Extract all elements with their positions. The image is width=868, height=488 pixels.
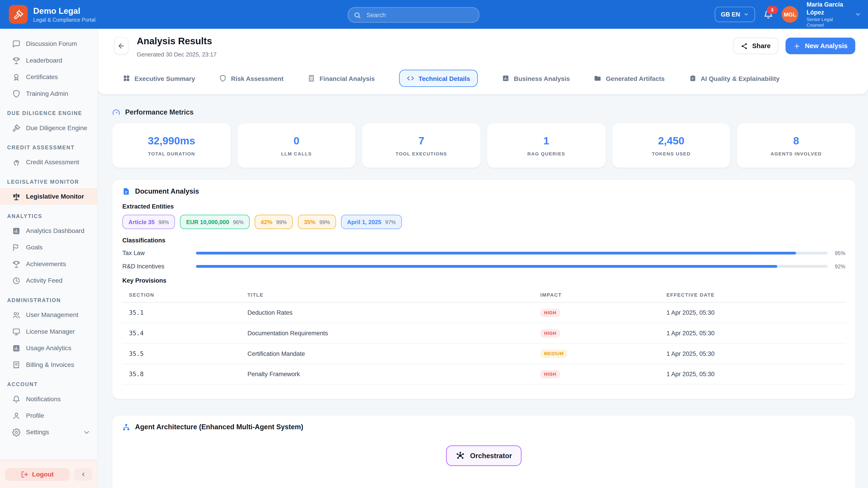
entity-confidence: 99% — [319, 219, 330, 225]
sidebar-collapse-button[interactable] — [74, 468, 92, 481]
sidebar-item-label: Credit Assessment — [26, 159, 79, 165]
share-button[interactable]: Share — [733, 38, 778, 54]
avatar[interactable]: MGL — [782, 6, 798, 23]
user-info[interactable]: María García López Senior Legal Counsel — [807, 1, 846, 28]
plus-icon — [794, 42, 801, 50]
entity-chip: Article 3598% — [122, 215, 175, 229]
metric-label: TOTAL DURATION — [148, 151, 195, 156]
sidebar-item-profile[interactable]: Profile — [0, 407, 97, 424]
sidebar-item-achievements[interactable]: Achievements — [0, 256, 97, 272]
sidebar-item-discussion-forum[interactable]: Discussion Forum — [0, 35, 97, 52]
metric-value: 8 — [793, 135, 799, 147]
classification-row: Tax Law95% — [122, 250, 845, 256]
provision-section: 35.5 — [122, 344, 241, 364]
sidebar-item-label: Profile — [26, 412, 44, 419]
brand-tagline: Legal & Compliance Portal — [33, 17, 95, 23]
sidebar-item-activity-feed[interactable]: Activity Feed — [0, 272, 97, 289]
table-row: 35.5Certification MandateMEDIUM1 Apr 202… — [122, 344, 845, 364]
metric-card: 32,990msTOTAL DURATION — [112, 123, 230, 168]
tab-technical-details[interactable]: Technical Details — [399, 70, 478, 87]
back-button[interactable] — [114, 37, 128, 54]
search-box[interactable] — [348, 7, 479, 23]
history-icon — [12, 276, 21, 285]
language-selector[interactable]: GB EN — [715, 6, 755, 22]
sidebar-item-notifications[interactable]: Notifications3 — [0, 391, 97, 407]
sidebar-item-user-management[interactable]: User Management — [0, 306, 97, 323]
tab-risk-assessment[interactable]: Risk Assessment — [219, 75, 284, 82]
sidebar-item-label: Goals — [26, 244, 43, 251]
shield-icon — [12, 90, 21, 98]
tab-executive-summary[interactable]: Executive Summary — [123, 75, 195, 82]
document-analysis-title: Document Analysis — [135, 188, 199, 195]
sidebar-item-certificates[interactable]: Certificates — [0, 69, 97, 85]
classification-rows: Tax Law95%R&D Incentives92% — [122, 250, 845, 269]
entity-chip: 42%99% — [254, 215, 293, 229]
brain-icon — [12, 158, 21, 166]
page-subtitle: Generated 30 Dec 2025, 23:17 — [137, 51, 217, 57]
sidebar-item-training-admin[interactable]: Training Admin — [0, 85, 97, 102]
content-area: Performance Metrics 32,990msTOTAL DURATI… — [97, 108, 868, 488]
sidebar-item-label: Analytics Dashboard — [26, 228, 84, 234]
sidebar-section-label: ACCOUNT — [0, 373, 97, 391]
page-header: Analysis Results Generated 30 Dec 2025, … — [97, 29, 868, 94]
sidebar-item-credit-assessment[interactable]: Credit Assessment — [0, 154, 97, 170]
sidebar-item-license-manager[interactable]: License Manager — [0, 323, 97, 339]
chat-icon — [12, 39, 21, 48]
search-input[interactable] — [365, 11, 473, 19]
performance-metrics-title: Performance Metrics — [125, 108, 193, 116]
sidebar-item-goals[interactable]: Goals — [0, 239, 97, 256]
sidebar-item-label: Leaderboard — [26, 57, 62, 64]
code-icon — [407, 75, 414, 82]
new-analysis-button[interactable]: New Analysis — [785, 38, 855, 54]
table-column-header: IMPACT — [534, 289, 660, 302]
gear-icon — [12, 428, 21, 436]
logout-label: Logout — [32, 471, 54, 477]
metric-card: 7TOOL EXECUTIONS — [362, 123, 480, 168]
chevron-left-icon — [80, 471, 86, 477]
receipt-icon — [12, 361, 21, 369]
chart-icon — [12, 227, 21, 235]
sidebar-section-label: ANALYTICS — [0, 205, 97, 222]
sidebar-item-due-diligence-engine[interactable]: Due Diligence Engine — [0, 120, 97, 136]
sidebar-nav: Discussion ForumLeaderboardCertificatesT… — [0, 29, 97, 460]
classification-bar-track — [196, 252, 828, 254]
share-icon — [741, 42, 748, 50]
sidebar-item-usage-analytics[interactable]: Usage Analytics — [0, 340, 97, 356]
impact-badge: HIGH — [540, 370, 560, 378]
chevron-down-icon — [83, 428, 91, 436]
share-label: Share — [752, 42, 771, 50]
impact-badge: HIGH — [540, 308, 560, 317]
sidebar-item-legislative-monitor[interactable]: Legislative Monitor — [0, 188, 97, 205]
orchestrator-node: Orchestrator — [446, 445, 521, 466]
sidebar-item-leaderboard[interactable]: Leaderboard — [0, 52, 97, 68]
brand-name: Demo Legal — [33, 6, 95, 15]
classification-label: Tax Law — [122, 250, 196, 256]
entity-confidence: 98% — [158, 219, 169, 225]
entity-text: Article 35 — [128, 219, 155, 225]
sidebar-section-label: DUE DILIGENCE ENGINE — [0, 102, 97, 120]
provision-date: 1 Apr 2025, 05:30 — [660, 323, 845, 344]
grid-icon — [123, 75, 130, 82]
key-provisions-table: SECTIONTITLEIMPACTEFFECTIVE DATE 35.1Ded… — [122, 289, 845, 385]
tab-label: Generated Artifacts — [606, 75, 664, 82]
entity-chip: 35%99% — [298, 215, 336, 229]
tab-label: Technical Details — [418, 75, 470, 82]
tab-generated-artifacts[interactable]: Generated Artifacts — [594, 75, 665, 82]
user-menu-chevron-icon[interactable] — [855, 11, 861, 18]
tab-ai-quality-explainability[interactable]: AI Quality & Explainability — [689, 75, 779, 82]
sidebar-item-analytics-dashboard[interactable]: Analytics Dashboard — [0, 222, 97, 239]
sidebar-item-billing-invoices[interactable]: Billing & Invoices — [0, 356, 97, 373]
notifications-button[interactable]: 3 — [763, 9, 773, 20]
user-name: María García López — [807, 1, 846, 16]
tab-business-analysis[interactable]: Business Analysis — [502, 75, 570, 82]
provision-date: 1 Apr 2025, 05:30 — [660, 364, 845, 384]
tab-financial-analysis[interactable]: Financial Analysis — [308, 75, 375, 82]
classification-bar-track — [196, 265, 828, 267]
entity-text: April 1, 2025 — [347, 219, 381, 225]
logout-button[interactable]: Logout — [5, 468, 70, 481]
classification-row: R&D Incentives92% — [122, 263, 845, 269]
sidebar-item-label: Achievements — [26, 260, 66, 267]
arrow-left-icon — [117, 42, 125, 50]
table-row: 35.8Penalty FrameworkHIGH1 Apr 2025, 05:… — [122, 364, 845, 384]
sidebar-item-settings[interactable]: Settings — [0, 424, 97, 440]
